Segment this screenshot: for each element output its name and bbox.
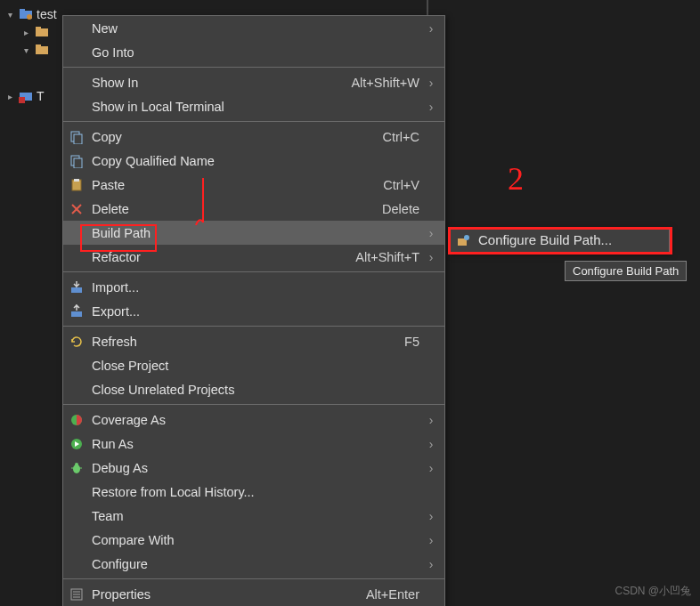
folder-icon xyxy=(35,25,49,39)
project-error-icon xyxy=(19,89,33,103)
svg-rect-17 xyxy=(71,287,82,293)
chevron-right-icon: › xyxy=(425,21,437,36)
copy-icon xyxy=(65,130,88,144)
chevron-right-icon: › xyxy=(425,557,437,571)
svg-rect-10 xyxy=(74,134,82,144)
menu-import[interactable]: Import... xyxy=(63,275,444,299)
export-icon xyxy=(65,304,88,319)
svg-point-2 xyxy=(27,14,32,20)
menu-close-project[interactable]: Close Project xyxy=(63,353,444,377)
separator xyxy=(63,404,444,405)
svg-rect-1 xyxy=(20,9,25,12)
coverage-icon xyxy=(65,413,88,427)
menu-team[interactable]: Team› xyxy=(63,504,444,528)
svg-rect-14 xyxy=(74,179,79,182)
menu-copy[interactable]: CopyCtrl+C xyxy=(63,125,444,149)
chevron-right-icon: › xyxy=(425,461,437,475)
menu-new[interactable]: New› xyxy=(63,16,444,40)
refresh-icon xyxy=(65,335,88,349)
chevron-right-icon: ▸ xyxy=(4,92,15,101)
chevron-right-icon: › xyxy=(425,509,437,523)
separator xyxy=(63,271,444,272)
menu-run-as[interactable]: Run As› xyxy=(63,432,444,456)
menu-configure[interactable]: Configure› xyxy=(63,552,444,576)
chevron-right-icon: › xyxy=(425,250,437,264)
bug-icon xyxy=(65,461,88,475)
tooltip: Configure Build Path xyxy=(565,261,687,281)
svg-rect-12 xyxy=(74,158,82,168)
chevron-down-icon: ▾ xyxy=(20,45,31,55)
svg-rect-4 xyxy=(36,27,41,29)
copy-qn-icon xyxy=(65,154,88,168)
menu-show-in[interactable]: Show InAlt+Shift+W› xyxy=(63,70,444,94)
context-menu: New› Go Into Show InAlt+Shift+W› Show in… xyxy=(62,15,445,606)
menu-compare[interactable]: Compare With› xyxy=(63,528,444,552)
separator xyxy=(63,67,444,68)
watermark: CSDN @小凹兔 xyxy=(615,584,691,599)
svg-rect-5 xyxy=(36,46,48,54)
separator xyxy=(63,326,444,327)
annotation-number-1 xyxy=(194,174,212,227)
chevron-right-icon: › xyxy=(425,533,437,547)
menu-close-unrelated[interactable]: Close Unrelated Projects xyxy=(63,377,444,401)
svg-rect-3 xyxy=(36,28,48,36)
annotation-box-2 xyxy=(448,227,672,255)
chevron-right-icon: › xyxy=(425,100,437,114)
menu-show-terminal[interactable]: Show in Local Terminal› xyxy=(63,94,444,118)
separator xyxy=(63,121,444,122)
svg-rect-6 xyxy=(36,44,41,47)
properties-icon xyxy=(65,587,88,602)
menu-restore[interactable]: Restore from Local History... xyxy=(63,480,444,504)
paste-icon xyxy=(65,178,88,192)
svg-rect-18 xyxy=(71,311,82,317)
tree-label: T xyxy=(37,89,45,103)
menu-go-into[interactable]: Go Into xyxy=(63,40,444,64)
menu-refresh[interactable]: RefreshF5 xyxy=(63,329,444,353)
annotation-number-2: 2 xyxy=(508,160,524,198)
folder-icon xyxy=(35,43,49,57)
menu-debug-as[interactable]: Debug As› xyxy=(63,456,444,480)
project-icon xyxy=(19,7,33,21)
menu-delete[interactable]: DeleteDelete xyxy=(63,197,444,221)
chevron-down-icon: ▾ xyxy=(4,10,15,20)
chevron-right-icon: › xyxy=(425,76,437,90)
chevron-right-icon: › xyxy=(425,226,437,240)
menu-export[interactable]: Export... xyxy=(63,299,444,323)
tree-label: test xyxy=(37,7,57,21)
chevron-right-icon: › xyxy=(425,413,437,427)
annotation-box-1 xyxy=(80,224,157,252)
chevron-right-icon: ▸ xyxy=(20,28,31,37)
menu-paste[interactable]: PasteCtrl+V xyxy=(63,173,444,197)
svg-point-22 xyxy=(75,463,78,466)
menu-coverage[interactable]: Coverage As› xyxy=(63,408,444,432)
import-icon xyxy=(65,280,88,295)
svg-rect-8 xyxy=(19,97,25,103)
run-icon xyxy=(65,437,88,451)
menu-properties[interactable]: PropertiesAlt+Enter xyxy=(63,582,444,606)
delete-icon xyxy=(65,202,88,216)
separator xyxy=(63,578,444,579)
chevron-right-icon: › xyxy=(425,437,437,451)
menu-copy-qn[interactable]: Copy Qualified Name xyxy=(63,149,444,173)
